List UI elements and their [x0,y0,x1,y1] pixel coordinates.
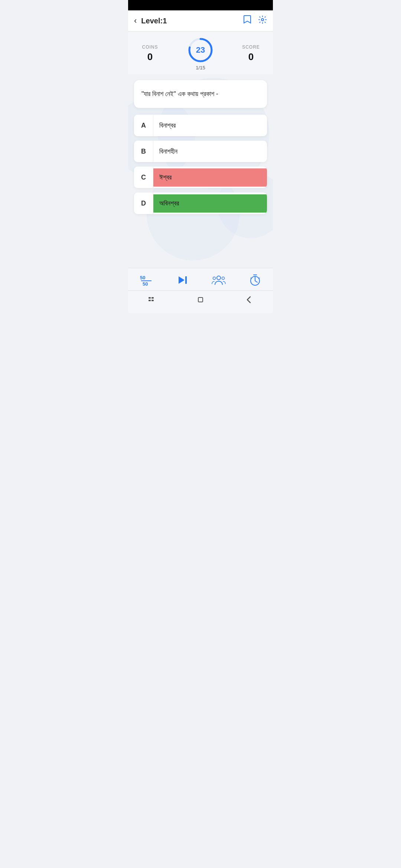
back-button[interactable]: ‹ [134,16,137,26]
svg-rect-7 [185,276,187,284]
home-button[interactable] [195,295,206,307]
header: ‹ Level:1 [128,10,273,32]
progress-label: 1/15 [196,65,205,70]
status-bar [128,0,273,10]
option-b[interactable]: B বিনাশহীন [134,141,267,162]
svg-point-9 [213,277,215,280]
bookmark-icon[interactable] [243,15,251,27]
option-c[interactable]: C ঈশ্বর [134,167,267,188]
coins-label: COINS [142,45,158,50]
svg-marker-6 [179,276,185,284]
svg-rect-12 [149,297,151,299]
svg-rect-16 [198,297,203,302]
bottom-toolbar: 50 50 [128,268,273,290]
option-b-letter: B [134,141,153,162]
option-d[interactable]: D অবিনশ্বর [134,193,267,214]
timer-button[interactable] [248,273,262,287]
fifty-fifty-button[interactable]: 50 50 [140,273,153,287]
options-list: A বিনাশ্বর B বিনাশহীন C ঈশ্বর D অবিনশ্বর [134,115,267,214]
header-icons [243,15,267,27]
coins-stat: COINS 0 [137,45,163,63]
option-d-letter: D [134,193,153,214]
menu-button[interactable] [147,295,157,307]
svg-point-0 [261,19,264,21]
settings-icon[interactable] [258,15,267,26]
option-c-letter: C [134,167,153,188]
option-a-text: বিনাশ্বর [153,116,267,135]
skip-button[interactable] [176,273,189,287]
svg-rect-15 [151,300,154,301]
option-b-text: বিনাশহীন [153,142,267,161]
page-title: Level:1 [141,17,243,25]
option-c-text: ঈশ্বর [153,168,267,187]
svg-rect-13 [151,297,154,299]
option-a[interactable]: A বিনাশ্বর [134,115,267,136]
score-stat: SCORE 0 [238,45,264,63]
coins-value: 0 [147,51,153,63]
question-card: "যার বিনাশ নেই" এক কথায় প্রকাশ - [134,80,267,108]
svg-point-10 [222,277,224,280]
svg-point-8 [217,276,221,280]
svg-text:50: 50 [140,275,145,280]
svg-rect-14 [149,300,151,301]
score-label: SCORE [242,45,260,50]
question-text: "যার বিনাশ নেই" এক কথায় প্রকাশ - [141,90,218,98]
timer-value: 23 [196,45,205,55]
back-nav-button[interactable] [244,295,254,307]
timer-container: 23 1/15 [187,37,214,70]
option-d-text: অবিনশ্বর [153,194,267,213]
nav-bar [128,290,273,313]
audience-button[interactable] [212,273,226,287]
timer-circle: 23 [187,37,214,63]
svg-text:50: 50 [143,281,148,287]
stats-bar: COINS 0 23 1/15 SCORE 0 [128,32,273,74]
option-a-letter: A [134,115,153,136]
score-value: 0 [248,51,254,63]
main-content: "যার বিনাশ নেই" এক কথায় প্রকাশ - A বিনা… [128,74,273,268]
